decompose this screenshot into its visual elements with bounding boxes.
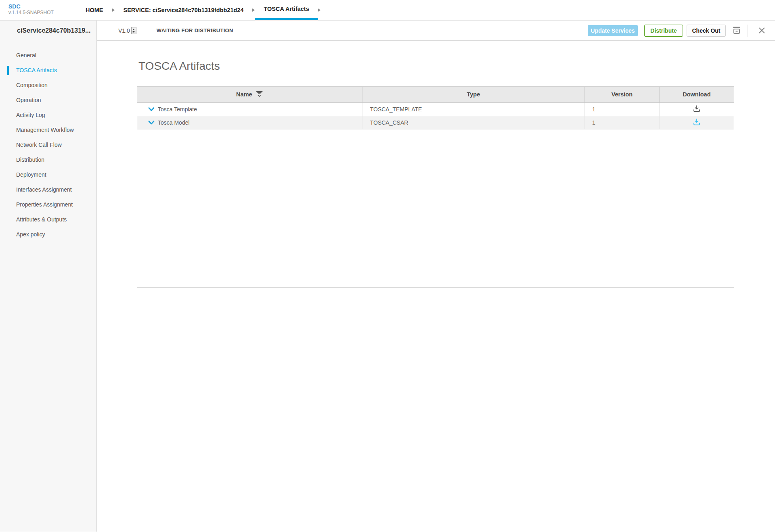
column-header-type[interactable]: Type — [362, 87, 584, 102]
artifact-type: TOSCA_TEMPLATE — [362, 102, 584, 116]
top-navigation-bar: SDC v.1.14.5-SNAPSHOT HOME SERVICE: ciSe… — [0, 0, 775, 21]
sdc-logo[interactable]: SDC v.1.14.5-SNAPSHOT — [0, 0, 77, 20]
sidebar-item-general[interactable]: General — [0, 48, 96, 63]
breadcrumb-home[interactable]: HOME — [77, 0, 112, 20]
spinner-up-icon — [132, 29, 135, 30]
version-selector[interactable]: V1.0 — [118, 27, 136, 34]
version-selector-value: V1.0 — [118, 27, 130, 34]
update-services-button[interactable]: Update Services — [588, 25, 638, 36]
sidebar-item-deployment[interactable]: Deployment — [0, 167, 96, 182]
page-title: TOSCA Artifacts — [138, 60, 220, 73]
artifact-version: 1 — [584, 116, 659, 129]
sidebar-item-network-call-flow[interactable]: Network Call Flow — [0, 138, 96, 152]
artifact-type: TOSCA_CSAR — [362, 116, 584, 129]
main-content: TOSCA Artifacts Name — [97, 41, 775, 532]
sidebar-item-interfaces-assignment[interactable]: Interfaces Assignment — [0, 182, 96, 197]
column-header-download[interactable]: Download — [659, 87, 734, 102]
table-row[interactable]: Tosca Template TOSCA_TEMPLATE 1 — [137, 102, 734, 116]
service-name: ciService284c70b1319... — [0, 21, 97, 41]
column-header-name[interactable]: Name — [137, 87, 362, 102]
sidebar-item-attributes-outputs[interactable]: Attributes & Outputs — [0, 212, 96, 227]
column-header-version[interactable]: Version — [584, 87, 659, 102]
check-out-button[interactable]: Check Out — [687, 25, 726, 37]
artifact-name: Tosca Model — [158, 119, 190, 126]
sidebar-item-distribution[interactable]: Distribution — [0, 152, 96, 167]
workspace-body: General TOSCA Artifacts Composition Oper… — [0, 41, 775, 532]
expand-chevron-down-icon[interactable] — [148, 121, 155, 125]
sort-desc-icon[interactable] — [256, 91, 263, 98]
actions-divider — [748, 25, 748, 37]
sidebar-item-properties-assignment[interactable]: Properties Assignment — [0, 197, 96, 212]
expand-chevron-down-icon[interactable] — [148, 107, 155, 111]
spinner-down-icon — [132, 31, 135, 33]
close-icon[interactable] — [759, 27, 765, 33]
tosca-artifacts-table: Name Type Version Down — [137, 86, 734, 288]
lifecycle-status-label: WAITING FOR DISTRIBUTION — [157, 27, 233, 33]
sidebar-item-operation[interactable]: Operation — [0, 93, 96, 108]
workspace-header: ciService284c70b1319... V1.0 WAITING FOR… — [0, 21, 775, 41]
breadcrumb: HOME SERVICE: ciService284c70b1319fdbb21… — [77, 0, 320, 20]
distribute-button[interactable]: Distribute — [644, 25, 683, 37]
sidebar-item-tosca-artifacts[interactable]: TOSCA Artifacts — [0, 63, 96, 78]
sdc-version-label: v.1.14.5-SNAPSHOT — [8, 10, 77, 16]
download-icon[interactable] — [693, 105, 700, 112]
sidebar-item-composition[interactable]: Composition — [0, 78, 96, 93]
sidebar-menu: General TOSCA Artifacts Composition Oper… — [0, 41, 97, 532]
sidebar-item-management-workflow[interactable]: Management Workflow — [0, 123, 96, 138]
breadcrumb-arrow-icon — [318, 8, 320, 12]
sdc-logo-text: SDC — [8, 4, 77, 10]
breadcrumb-service[interactable]: SERVICE: ciService284c70b1319fdbb21d24 — [115, 0, 253, 20]
print-icon[interactable] — [732, 26, 741, 35]
table-header-row: Name Type Version Down — [137, 87, 734, 102]
download-icon[interactable] — [693, 119, 700, 125]
sidebar-item-activity-log[interactable]: Activity Log — [0, 108, 96, 123]
artifact-name: Tosca Template — [158, 106, 197, 113]
breadcrumb-tosca-artifacts[interactable]: TOSCA Artifacts — [255, 0, 318, 20]
table-row[interactable]: Tosca Model TOSCA_CSAR 1 — [137, 116, 734, 129]
version-spinner[interactable] — [131, 27, 136, 34]
header-divider — [141, 25, 141, 36]
sidebar-item-apex-policy[interactable]: Apex policy — [0, 227, 96, 242]
header-actions: Update Services Distribute Check Out — [588, 25, 775, 37]
artifact-version: 1 — [584, 102, 659, 116]
